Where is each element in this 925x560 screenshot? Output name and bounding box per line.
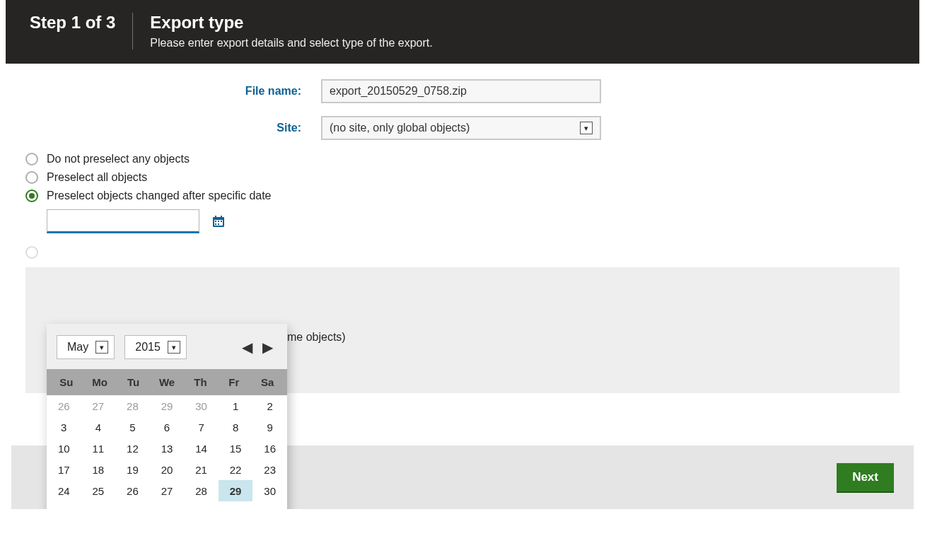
calendar-day[interactable]: 10: [47, 438, 81, 459]
svg-rect-6: [218, 223, 219, 225]
calendar-day[interactable]: 30: [252, 480, 287, 501]
calendar-day[interactable]: 1: [81, 501, 116, 509]
calendar-day[interactable]: 23: [252, 459, 287, 480]
calendar-day[interactable]: 7: [184, 416, 219, 438]
calendar-day[interactable]: 12: [115, 438, 150, 459]
svg-rect-7: [215, 216, 216, 218]
partially-visible-text: me objects): [287, 331, 346, 344]
page-title: Export type: [150, 13, 432, 33]
radio-icon: [25, 171, 38, 184]
radio-icon: [25, 153, 38, 165]
calendar-day[interactable]: 26: [115, 480, 150, 501]
chevron-down-icon: ▾: [95, 341, 108, 354]
day-of-week-header: SuMoTuWeThFrSa: [47, 369, 287, 395]
calendar-day[interactable]: 29: [219, 480, 253, 501]
site-label: Site:: [25, 122, 321, 134]
date-picker-popup: May ▾ 2015 ▾ ◀ ▶ SuMoTuWeThFrSa 2627: [47, 324, 287, 509]
radio-hidden-option: [25, 246, 900, 259]
dow-cell: Mo: [83, 376, 116, 388]
calendar-day[interactable]: 30: [184, 395, 219, 416]
svg-rect-4: [221, 221, 222, 222]
date-input[interactable]: [47, 209, 199, 233]
calendar-day[interactable]: 17: [47, 459, 81, 480]
step-indicator: Step 1 of 3: [30, 13, 132, 33]
calendar-day[interactable]: 27: [81, 395, 116, 416]
month-value: May: [67, 341, 88, 354]
calendar-day[interactable]: 20: [150, 459, 185, 480]
header-divider: [132, 13, 133, 49]
dow-cell: Tu: [117, 376, 150, 388]
radio-label: Preselect all objects: [47, 171, 147, 184]
site-select-value: (no site, only global objects): [330, 122, 580, 134]
calendar-day[interactable]: 29: [150, 395, 185, 416]
calendar-day[interactable]: 31: [47, 501, 81, 509]
calendar-day[interactable]: 6: [150, 416, 185, 438]
dow-cell: Su: [50, 376, 83, 388]
dow-cell: Sa: [251, 376, 284, 388]
svg-rect-3: [218, 221, 219, 222]
radio-label: Preselect objects changed after specific…: [47, 189, 272, 202]
year-value: 2015: [135, 341, 161, 354]
calendar-day[interactable]: 24: [47, 480, 81, 501]
calendar-day[interactable]: 4: [81, 416, 116, 438]
calendar-icon[interactable]: [212, 215, 225, 228]
calendar-day[interactable]: 27: [150, 480, 185, 501]
next-month-arrow[interactable]: ▶: [262, 339, 273, 356]
calendar-day[interactable]: 14: [184, 438, 219, 459]
calendar-day[interactable]: 25: [81, 480, 116, 501]
radio-icon: [25, 246, 38, 259]
calendar-day[interactable]: 2: [115, 501, 150, 509]
dow-cell: We: [150, 376, 183, 388]
calendar-day[interactable]: 19: [115, 459, 150, 480]
calendar-day[interactable]: 18: [81, 459, 116, 480]
svg-rect-2: [215, 221, 216, 222]
calendar-day[interactable]: 6: [252, 501, 287, 509]
calendar-day[interactable]: 5: [219, 501, 253, 509]
radio-preselect-date[interactable]: Preselect objects changed after specific…: [25, 189, 900, 202]
prev-month-arrow[interactable]: ◀: [242, 339, 252, 356]
calendar-day[interactable]: 11: [81, 438, 116, 459]
next-button[interactable]: Next: [837, 463, 894, 491]
calendar-day[interactable]: 16: [252, 438, 287, 459]
calendar-day[interactable]: 28: [184, 480, 219, 501]
calendar-day[interactable]: 22: [219, 459, 253, 480]
svg-rect-8: [221, 216, 222, 218]
chevron-down-icon: ▾: [580, 122, 593, 134]
calendar-day[interactable]: 26: [47, 395, 81, 416]
dow-cell: Th: [184, 376, 217, 388]
file-name-input[interactable]: [321, 79, 601, 103]
chevron-down-icon: ▾: [168, 341, 180, 354]
file-name-label: File name:: [25, 85, 321, 98]
radio-label: Do not preselect any objects: [47, 153, 190, 165]
calendar-day[interactable]: 4: [184, 501, 219, 509]
calendar-day[interactable]: 3: [150, 501, 185, 509]
wizard-body: File name: Site: (no site, only global o…: [6, 64, 919, 445]
site-select[interactable]: (no site, only global objects) ▾: [321, 116, 601, 140]
svg-rect-5: [215, 223, 216, 225]
calendar-day[interactable]: 3: [47, 416, 81, 438]
calendar-day[interactable]: 8: [219, 416, 253, 438]
calendar-day[interactable]: 2: [252, 395, 287, 416]
calendar-day[interactable]: 28: [115, 395, 150, 416]
calendar-day[interactable]: 21: [184, 459, 219, 480]
month-select[interactable]: May ▾: [57, 335, 115, 359]
radio-preselect-none[interactable]: Do not preselect any objects: [25, 153, 900, 165]
dow-cell: Fr: [217, 376, 250, 388]
calendar-day[interactable]: 5: [115, 416, 150, 438]
calendar-day[interactable]: 1: [219, 395, 253, 416]
wizard-header: Step 1 of 3 Export type Please enter exp…: [6, 0, 919, 64]
page-subtitle: Please enter export details and select t…: [150, 37, 432, 49]
radio-preselect-all[interactable]: Preselect all objects: [25, 171, 900, 184]
calendar-day[interactable]: 9: [252, 416, 287, 438]
calendar-days-grid: 2627282930123456789101112131415161718192…: [47, 395, 287, 509]
year-select[interactable]: 2015 ▾: [124, 335, 187, 359]
calendar-day[interactable]: 13: [150, 438, 185, 459]
radio-icon: [25, 189, 38, 202]
calendar-day[interactable]: 15: [219, 438, 253, 459]
